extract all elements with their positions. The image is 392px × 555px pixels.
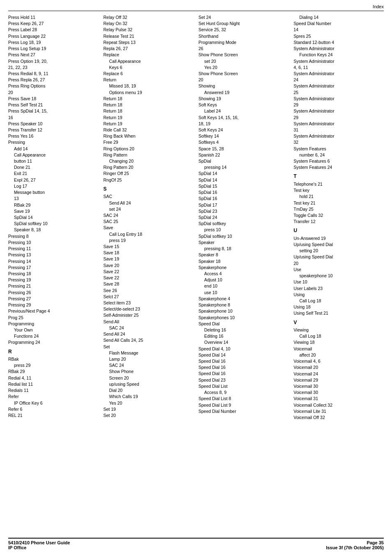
- list-item: 20: [198, 77, 289, 83]
- list-item: Press Transfer 12: [8, 127, 99, 133]
- list-item: Relay On 32: [104, 21, 194, 27]
- list-item: Programming Mode: [198, 39, 289, 46]
- list-item: Ringer Off 25: [104, 170, 194, 177]
- list-item: 26: [198, 46, 289, 52]
- list-item: Repeat Steps 13: [104, 39, 194, 46]
- list-item: SpDial 16: [198, 189, 289, 196]
- list-item: System Administrator: [294, 108, 384, 114]
- list-item: pressing 14: [198, 164, 289, 170]
- column-1: Press Hold 11Press Keep 26, 27Press Labe…: [8, 14, 101, 421]
- list-item: end 10: [198, 283, 289, 289]
- list-item: Pressing 21: [8, 283, 99, 289]
- list-item: SpDial 15: [198, 183, 289, 189]
- list-item: Speed Dial 14: [198, 352, 289, 358]
- list-item: hold 21: [294, 193, 384, 200]
- list-item: Relay Off 32: [104, 14, 194, 21]
- list-item: Soft Keys: [198, 102, 289, 108]
- list-item: System Features: [294, 146, 384, 152]
- list-item: RngOf 25: [104, 177, 194, 183]
- list-item: Your Own: [8, 327, 99, 333]
- list-item: Access 4: [198, 271, 289, 277]
- list-item: Shorthand: [198, 33, 289, 39]
- footer-right: Page 35 Issue 3f (7th October 2005): [326, 540, 384, 550]
- list-item: Speed Dial 23: [198, 377, 289, 383]
- list-item: Send All 24: [104, 200, 194, 206]
- list-item: Editing 16: [198, 333, 289, 339]
- list-item: Options menu 19: [104, 90, 194, 96]
- list-item: Redials 11: [8, 387, 99, 394]
- list-item: Call Appearance: [104, 58, 194, 64]
- list-item: Save 20: [104, 263, 194, 269]
- list-item: 20: [8, 90, 99, 96]
- list-item: Add 14: [8, 146, 99, 152]
- list-item: Save 28: [104, 281, 194, 287]
- list-item: System Administrator: [294, 83, 384, 89]
- list-item: System Features 6: [294, 158, 384, 164]
- list-item: See 26: [104, 288, 194, 294]
- list-item: Voicemail 30: [294, 383, 384, 389]
- list-item: Softkey 14: [198, 133, 289, 139]
- list-item: Screen 20: [104, 375, 194, 381]
- list-item: System Administrator: [294, 121, 384, 127]
- list-item: Changing 20: [104, 158, 194, 164]
- list-item: Test key 21: [294, 200, 384, 206]
- footer-left: 5410/2410 Phone User Guide IP Office: [8, 540, 70, 550]
- list-item: number 6, 24: [294, 152, 384, 158]
- list-item: 4, 6, 11: [294, 64, 384, 71]
- list-item: Select item 23: [104, 300, 194, 306]
- list-item: Speaker 8: [198, 252, 289, 258]
- list-item: SAC 24: [104, 325, 194, 331]
- column-3: Set 24Set Hunt Group NightService 25, 32…: [196, 14, 291, 421]
- list-item: pressing 8, 18: [198, 246, 289, 252]
- list-item: Adjust 10: [198, 277, 289, 283]
- list-item: SpDial: [198, 158, 289, 164]
- column-2: Relay Off 32Relay On 32Relay Pulse 32Rel…: [101, 14, 196, 421]
- list-item: Transfer 12: [294, 219, 384, 225]
- list-item: 25: [294, 90, 384, 96]
- list-item: Show Phone Screen: [198, 52, 289, 58]
- list-item: Using: [294, 292, 384, 298]
- list-item: Refer 6: [8, 406, 99, 412]
- list-item: Press Next 27: [8, 52, 99, 58]
- list-item: Save 18: [104, 250, 194, 256]
- list-item: Ring Back When: [104, 133, 194, 139]
- list-item: 21, 22, 23: [8, 64, 99, 71]
- list-item: Speed Dial 16: [198, 358, 289, 364]
- list-item: SAC 25: [104, 219, 194, 225]
- list-item: Self-Administer 25: [104, 312, 194, 318]
- list-item: Speaker 8, 18: [8, 227, 99, 233]
- list-item: Press Self Test 21: [8, 102, 99, 108]
- list-item: Viewing 18: [294, 339, 384, 345]
- list-item: Return 18: [104, 108, 194, 114]
- list-item: Yes 20: [104, 400, 194, 406]
- list-item: Which Calls 19: [104, 394, 194, 400]
- list-item: press 19: [104, 237, 194, 244]
- list-item: Using Self Test 21: [294, 310, 384, 316]
- list-item: Refer: [8, 394, 99, 400]
- list-item: Prog 25: [8, 315, 99, 321]
- list-item: Redial 4, 11: [8, 375, 99, 381]
- list-item: Speed Dial Number: [294, 21, 384, 27]
- list-item: IP Office Key 6: [8, 400, 99, 406]
- list-item: Ring Pattern 20: [104, 164, 194, 170]
- list-item: 14: [294, 27, 384, 33]
- list-item: Free 29: [104, 139, 194, 145]
- list-item: button 11: [8, 158, 99, 164]
- list-item: System Features 24: [294, 164, 384, 170]
- list-item: Ring Pattern: [104, 152, 194, 158]
- list-item: Repla 26, 27: [104, 46, 194, 52]
- list-item: Set 19: [104, 406, 194, 412]
- list-item: SpDial 17: [198, 202, 289, 208]
- list-item: set 24: [104, 206, 194, 212]
- list-item: Speakerphone 8: [198, 302, 289, 308]
- list-item: Return 18: [104, 102, 194, 108]
- footer-title: 5410/2410 Phone User Guide: [8, 540, 70, 545]
- list-item: Showing 19: [198, 96, 289, 102]
- list-item: Deleting 16: [198, 327, 289, 333]
- list-item: Speed Dial List: [198, 383, 289, 389]
- list-item: 31: [294, 127, 384, 133]
- list-item: Spres 25: [294, 33, 384, 39]
- list-item: Voicemail: [294, 346, 384, 352]
- list-item: Speed Dial List 8: [198, 396, 289, 402]
- list-item: Soft Keys 14, 15, 16,: [198, 115, 289, 121]
